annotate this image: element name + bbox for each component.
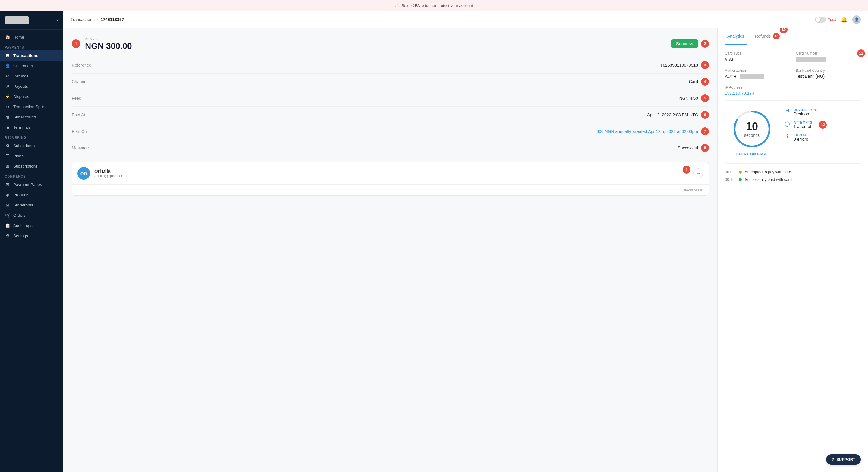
- timeline-item-0: 00:09 Attempted to pay with card: [725, 170, 861, 174]
- plans-icon: ☰: [5, 153, 10, 158]
- step-badge-9-wrap: 9: [683, 166, 690, 174]
- tab-refunds[interactable]: Refunds 10 10: [752, 28, 782, 45]
- sidebar-item-label: Transaction Splits: [13, 104, 45, 109]
- sidebar-item-label: Storefronts: [13, 203, 33, 208]
- sidebar-item-label: Refunds: [13, 74, 28, 78]
- sidebar-item-label: Products: [13, 193, 29, 197]
- sidebar-item-terminals[interactable]: ▣ Terminals: [0, 122, 63, 132]
- customers-icon: 👤: [5, 63, 10, 68]
- sidebar-item-customers[interactable]: 👤 Customers: [0, 61, 63, 71]
- left-panel: 1 Amount NGN 300.00 Success 2 Reference: [63, 28, 717, 472]
- sidebar-item-subscriptions[interactable]: ⊞ Subscriptions: [0, 161, 63, 171]
- device-type-group: DEVICE TYPE Desktop: [794, 108, 817, 116]
- errors-row: ℹ ERRORS 0 errors: [784, 133, 861, 141]
- sidebar-item-subscribers[interactable]: ♻ Subscribers: [0, 140, 63, 151]
- message-label: Message: [72, 140, 114, 156]
- right-panel: Analytics Refunds 10 10 Card Type Visa: [717, 28, 868, 472]
- paid-at-label: Paid At: [72, 107, 114, 123]
- sidebar-item-label: Orders: [13, 213, 26, 218]
- topbar-right: Test 🔔 👤: [815, 15, 861, 24]
- storefronts-icon: ⊠: [5, 202, 10, 208]
- sidebar-item-settings[interactable]: ⚙ Settings: [0, 230, 63, 241]
- sidebar-item-audit-logs[interactable]: 📋 Audit Logs: [0, 220, 63, 230]
- sidebar-item-storefronts[interactable]: ⊠ Storefronts: [0, 200, 63, 210]
- errors-value: 0 errors: [794, 137, 809, 141]
- sidebar-item-subaccounts[interactable]: ▦ Subaccounts: [0, 112, 63, 122]
- sidebar-item-refunds[interactable]: ↩ Refunds: [0, 71, 63, 81]
- blacklist-label[interactable]: Blacklist Ori: [682, 188, 703, 192]
- sidebar-item-disputes[interactable]: ⚡ Disputes: [0, 91, 63, 101]
- table-row-reference: Reference T625393119073913 3: [72, 57, 709, 73]
- avatar[interactable]: 👤: [852, 15, 861, 24]
- toggle-switch[interactable]: [815, 17, 826, 23]
- sidebar-item-home[interactable]: 🏠 Home: [0, 32, 63, 42]
- topbar: Transactions › 1746113357 Test 🔔 👤: [63, 11, 868, 28]
- sidebar-item-label: Transactions: [13, 53, 38, 58]
- sidebar-item-payouts[interactable]: ↗ Payouts: [0, 81, 63, 91]
- attempts-label: ATTEMPTS: [794, 121, 812, 124]
- customer-info: Ori Dila oridila@gmail.com: [94, 168, 689, 178]
- notification-bell-icon[interactable]: 🔔: [841, 16, 847, 23]
- fees-label: Fees: [72, 90, 114, 107]
- sidebar-item-label: Payment Pages: [13, 182, 42, 187]
- sidebar-item-label: Audit Logs: [13, 223, 33, 228]
- support-button[interactable]: ? SUPPORT: [826, 454, 861, 465]
- errors-label: ERRORS: [794, 133, 809, 137]
- logo: [5, 16, 29, 24]
- sidebar-item-payment-pages[interactable]: ⊡ Payment Pages: [0, 179, 63, 190]
- plan-on-cell: 300 NGN annually, created Apr 12th, 2022…: [114, 123, 709, 140]
- breadcrumb-link[interactable]: Transactions: [70, 17, 95, 22]
- ip-value[interactable]: 197.210.79.174: [725, 91, 861, 96]
- step-badge-6: 6: [701, 111, 709, 119]
- step-badge-1: 1: [72, 39, 80, 48]
- sidebar-item-transactions[interactable]: ⊟ Transactions: [0, 50, 63, 61]
- reference-cell: T625393119073913 3: [114, 57, 709, 73]
- test-mode-toggle[interactable]: Test: [815, 17, 836, 23]
- right-content: Card Type Visa Card Number 11 Authorizat…: [718, 45, 868, 191]
- subscriptions-icon: ⊞: [5, 164, 10, 168]
- alert-icon: ⚠: [395, 3, 399, 8]
- customer-arrow-button[interactable]: →: [693, 168, 703, 178]
- step-badge-4: 4: [701, 78, 709, 86]
- step-badge-12: 12: [819, 121, 827, 129]
- sidebar-item-orders[interactable]: 🛒 Orders: [0, 210, 63, 220]
- support-label: SUPPORT: [836, 457, 855, 462]
- timeline-item-1: 00:10 Successfully paid with card: [725, 177, 861, 182]
- section-label-recurring: RECURRING: [0, 132, 63, 140]
- table-row-message: Message Successful 8: [72, 140, 709, 156]
- tab-analytics-label: Analytics: [727, 34, 744, 39]
- auth-label: Authorization: [725, 68, 790, 73]
- device-type-label: DEVICE TYPE: [794, 108, 817, 112]
- ip-group: IP Address 197.210.79.174: [725, 85, 861, 96]
- timeline: 00:09 Attempted to pay with card 00:10 S…: [725, 170, 861, 182]
- errors-icon: ℹ: [784, 133, 790, 139]
- customer-name: Ori Dila: [94, 168, 689, 174]
- step-badge-2: 2: [701, 40, 709, 48]
- sidebar-item-plans[interactable]: ☰ Plans: [0, 151, 63, 161]
- paid-at-value: Apr 12, 2022 2:03 PM UTC: [647, 113, 698, 117]
- step-badge-11: 11: [857, 50, 865, 57]
- amount-value: NGN 300.00: [85, 41, 132, 51]
- breadcrumb: Transactions › 1746113357: [70, 17, 124, 22]
- fees-value: NGN 4.50: [679, 96, 698, 101]
- subaccounts-icon: ▦: [5, 115, 10, 119]
- sidebar-item-transaction-splits[interactable]: ⟨⟩ Transaction Splits: [0, 101, 63, 112]
- plan-on-value[interactable]: 300 NGN annually, created Apr 12th, 2022…: [596, 129, 698, 134]
- tab-analytics[interactable]: Analytics: [725, 28, 747, 45]
- seconds-number: 10: [746, 120, 758, 133]
- detail-table: Reference T625393119073913 3 Channel: [72, 57, 709, 156]
- reference-value: T625393119073913: [660, 63, 698, 67]
- chevron-down-icon[interactable]: ▾: [57, 18, 59, 22]
- auth-prefix: AUTH_: [725, 74, 739, 79]
- desktop-icon: 🖥: [784, 108, 790, 114]
- disputes-icon: ⚡: [5, 94, 10, 99]
- splits-icon: ⟨⟩: [5, 104, 10, 109]
- sidebar-item-products[interactable]: ◈ Products: [0, 190, 63, 200]
- customer-avatar: OD: [78, 167, 90, 180]
- timeline-time-1: 00:10: [725, 177, 736, 182]
- sidebar-item-label: Terminals: [13, 125, 31, 130]
- sidebar-item-label: Subscriptions: [13, 164, 38, 168]
- table-row-plan-on: Plan On 300 NGN annually, created Apr 12…: [72, 123, 709, 140]
- paid-at-cell: Apr 12, 2022 2:03 PM UTC 6: [114, 107, 709, 123]
- sidebar-item-label: Subaccounts: [13, 115, 37, 119]
